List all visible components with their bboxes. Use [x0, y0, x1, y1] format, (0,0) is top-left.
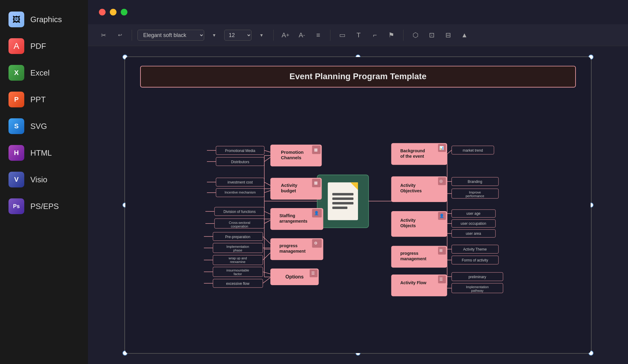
svg-text:management: management [279, 249, 306, 254]
divider-3 [330, 30, 330, 41]
svg-text:☰: ☰ [311, 271, 315, 275]
main-area: ✂ ↩ Elegant soft black ▼ 12 ▼ A+ A- ≡ ▭ … [88, 0, 628, 364]
sidebar-item-html[interactable]: H HTML [0, 140, 88, 166]
svg-text:user age: user age [466, 211, 481, 216]
svg-text:Cross-sectoral: Cross-sectoral [229, 221, 250, 224]
frame-button[interactable]: ⊡ [425, 29, 438, 42]
sidebar-item-visio[interactable]: V Visio [0, 166, 88, 193]
svg-text:arrangements: arrangements [279, 219, 307, 224]
undo-button[interactable]: ↩ [113, 29, 126, 42]
svg-text:investment cost: investment cost [228, 180, 253, 184]
svg-rect-2 [328, 182, 358, 220]
divider-4 [403, 30, 403, 41]
sidebar-item-pseps[interactable]: Ps PS/EPS [0, 193, 88, 220]
sidebar: 🖼 Graphics A PDF X Excel P PPT S SVG H H… [0, 0, 88, 364]
connector-button[interactable]: ⌐ [369, 29, 381, 42]
svg-text:Objectives: Objectives [400, 188, 422, 193]
dot-green[interactable] [121, 9, 127, 15]
svg-text:⊞: ⊞ [439, 248, 443, 253]
pseps-icon: Ps [8, 198, 24, 214]
svg-text:📊: 📊 [439, 146, 444, 150]
align-button[interactable]: ≡ [312, 29, 325, 42]
title-bar [88, 0, 628, 24]
svg-text:Activity Flow: Activity Flow [400, 280, 426, 285]
svg-text:pathway: pathway [471, 289, 484, 292]
svg-text:Staffing: Staffing [279, 213, 295, 218]
sidebar-label-graphics: Graphics [30, 15, 62, 24]
layers-button[interactable]: ⬡ [409, 29, 422, 42]
sidebar-item-ppt[interactable]: P PPT [0, 86, 88, 113]
sidebar-label-pseps: PS/EPS [30, 202, 59, 211]
svg-text:Channels: Channels [281, 155, 301, 160]
svg-text:Improve: Improve [469, 190, 481, 194]
sidebar-item-excel[interactable]: X Excel [0, 59, 88, 86]
svg-text:Activity: Activity [281, 183, 298, 188]
svg-text:⚙: ⚙ [314, 241, 318, 245]
svg-rect-5 [332, 202, 353, 204]
svg-text:budget: budget [281, 188, 296, 193]
diagram-container: Event Planning Program Template Promotio… [124, 56, 592, 354]
toolbar: ✂ ↩ Elegant soft black ▼ 12 ▼ A+ A- ≡ ▭ … [88, 24, 628, 46]
font-decrease-button[interactable]: A- [295, 29, 308, 42]
svg-text:👤: 👤 [314, 211, 319, 216]
sidebar-label-pdf: PDF [30, 42, 46, 51]
svg-text:▦: ▦ [314, 147, 318, 152]
svg-text:phase: phase [233, 248, 242, 252]
diagram-title: Event Planning Program Template [289, 72, 427, 81]
dropdown-arrow[interactable]: ▼ [208, 29, 221, 42]
ppt-icon: P [8, 92, 24, 107]
svg-text:Branding: Branding [468, 180, 482, 184]
svg-text:progress: progress [400, 251, 418, 256]
pdf-icon: A [8, 38, 24, 54]
center-button[interactable]: ▲ [458, 29, 471, 42]
font-name-select[interactable]: Elegant soft black [137, 30, 204, 41]
font-size-select[interactable]: 12 [224, 30, 252, 41]
sidebar-item-svg[interactable]: S SVG [0, 113, 88, 140]
svg-text:☰: ☰ [439, 277, 443, 281]
svg-text:Forms of activity: Forms of activity [462, 258, 488, 262]
svg-text:insurmountable: insurmountable [226, 268, 249, 272]
font-increase-button[interactable]: A+ [279, 29, 292, 42]
svg-text:Pre-preparation: Pre-preparation [225, 235, 250, 239]
svg-text:user occupation: user occupation [461, 221, 486, 226]
svg-text:of the event: of the event [400, 154, 424, 159]
canvas-area[interactable]: Event Planning Program Template Promotio… [88, 46, 628, 364]
graphics-icon: 🖼 [8, 12, 24, 27]
svg-text:Background: Background [400, 148, 425, 153]
svg-text:Promotional Media: Promotional Media [225, 149, 255, 153]
svg-text:reexamine: reexamine [230, 260, 245, 264]
distribute-button[interactable]: ⊟ [442, 29, 454, 42]
flag-button[interactable]: ⚑ [385, 29, 398, 42]
svg-icon: S [8, 118, 24, 134]
svg-text:excessive flow: excessive flow [226, 281, 249, 286]
svg-rect-3 [332, 193, 353, 195]
shape-rect-button[interactable]: ▭ [336, 29, 349, 42]
sidebar-label-visio: Visio [30, 175, 47, 184]
svg-text:preliminary: preliminary [468, 275, 486, 279]
svg-text:Activity: Activity [400, 218, 416, 223]
divider-2 [273, 30, 274, 41]
svg-text:Implementation: Implementation [226, 245, 249, 248]
svg-text:Activity Theme: Activity Theme [463, 247, 487, 251]
svg-text:cooperation: cooperation [231, 224, 248, 228]
html-icon: H [8, 145, 24, 161]
sidebar-item-graphics[interactable]: 🖼 Graphics [0, 6, 88, 33]
svg-text:👤: 👤 [439, 214, 444, 218]
sidebar-label-svg: SVG [30, 122, 47, 131]
svg-text:Incentive mechanism: Incentive mechanism [225, 190, 256, 194]
dot-red[interactable] [99, 9, 106, 15]
sidebar-label-excel: Excel [30, 68, 50, 78]
svg-rect-6 [332, 207, 347, 209]
excel-icon: X [8, 65, 24, 81]
cut-button[interactable]: ✂ [97, 29, 110, 42]
svg-text:Objects: Objects [400, 223, 416, 228]
text-button[interactable]: T [352, 29, 365, 42]
dot-yellow[interactable] [110, 9, 116, 15]
svg-text:Promotion: Promotion [281, 150, 304, 155]
svg-text:market trend: market trend [463, 148, 483, 153]
svg-text:factor: factor [234, 272, 242, 276]
sidebar-item-pdf[interactable]: A PDF [0, 33, 88, 59]
svg-text:progress: progress [279, 243, 298, 248]
svg-text:Activity: Activity [400, 183, 416, 188]
dropdown-arrow-2[interactable]: ▼ [255, 29, 268, 42]
